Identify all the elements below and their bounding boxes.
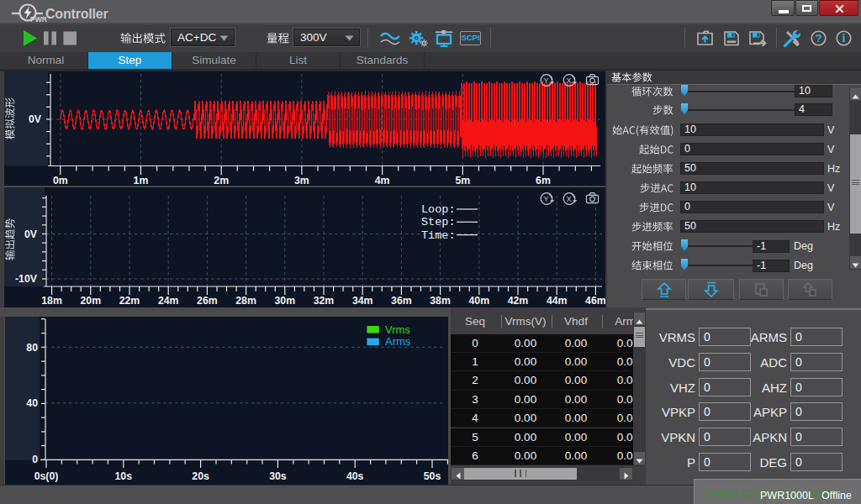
svg-text:40: 40 — [26, 397, 38, 409]
svg-text:3m: 3m — [294, 175, 309, 186]
svg-text:Vrms: Vrms — [385, 323, 410, 336]
svg-text:X: X — [566, 195, 571, 203]
svg-text:20s: 20s — [192, 470, 209, 482]
svg-text:18m: 18m — [41, 295, 62, 307]
svg-text:X: X — [566, 76, 571, 85]
svg-text:6m: 6m — [536, 175, 551, 186]
svg-text:10s: 10s — [115, 470, 133, 482]
svg-text:Arms: Arms — [385, 335, 411, 348]
svg-text:34m: 34m — [352, 295, 373, 307]
svg-text:0m: 0m — [53, 175, 68, 186]
svg-text:Loop:: Loop: — [421, 203, 456, 216]
svg-text:40s: 40s — [346, 470, 364, 482]
svg-text:24m: 24m — [158, 295, 179, 307]
svg-text:26m: 26m — [197, 295, 218, 307]
svg-text:42m: 42m — [508, 295, 529, 307]
svg-text:20m: 20m — [80, 295, 101, 307]
svg-text:32m: 32m — [314, 295, 335, 307]
svg-text:0s(0): 0s(0) — [34, 470, 59, 482]
svg-text:30s: 30s — [269, 470, 287, 482]
svg-text:4m: 4m — [375, 175, 390, 186]
svg-text:-10V: -10V — [15, 273, 38, 285]
svg-text:40m: 40m — [468, 295, 489, 307]
svg-text:46m: 46m — [585, 295, 605, 307]
svg-text:1m: 1m — [134, 175, 149, 186]
svg-text:Y: Y — [543, 76, 548, 85]
svg-text:Y: Y — [543, 195, 548, 203]
svg-text:Time:: Time: — [421, 229, 456, 242]
svg-text:28m: 28m — [235, 295, 256, 307]
svg-text:i: i — [843, 32, 846, 45]
svg-text:2m: 2m — [214, 175, 229, 186]
svg-text:50s: 50s — [424, 470, 441, 482]
svg-text:30m: 30m — [274, 295, 295, 307]
svg-text:PWR: PWR — [30, 15, 47, 24]
svg-text:0V: 0V — [29, 113, 42, 125]
svg-text:?: ? — [815, 32, 821, 45]
svg-text:36m: 36m — [391, 295, 412, 307]
svg-text:38m: 38m — [430, 295, 451, 307]
svg-text:0: 0 — [32, 454, 38, 465]
svg-text:Step:: Step: — [421, 216, 456, 228]
svg-text:44m: 44m — [547, 295, 568, 307]
svg-text:22m: 22m — [119, 295, 140, 307]
svg-text:0V: 0V — [24, 228, 38, 240]
svg-text:80: 80 — [26, 342, 38, 354]
svg-text:5m: 5m — [455, 175, 470, 186]
